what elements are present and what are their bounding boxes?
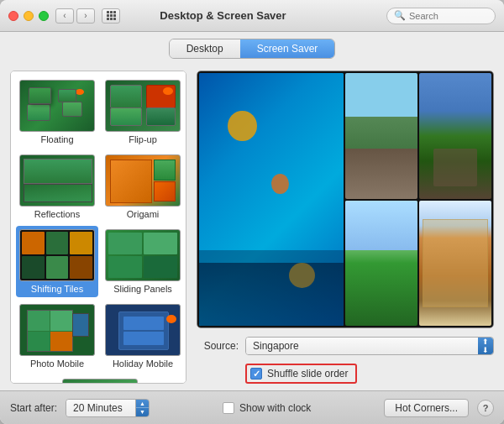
list-item[interactable]: Sliding Panels xyxy=(102,226,184,297)
ss-label-flipup: Flip-up xyxy=(129,134,157,144)
close-button[interactable] xyxy=(8,11,18,21)
ss-thumb-shifting xyxy=(19,229,95,281)
preview-area xyxy=(197,71,494,328)
list-item[interactable]: Origami xyxy=(102,151,184,222)
hot-corners-button[interactable]: Hot Corners... xyxy=(384,399,469,417)
list-item[interactable]: Floating xyxy=(16,76,98,148)
screensaver-list[interactable]: Floating Flip-up Reflection xyxy=(10,71,186,384)
traffic-lights xyxy=(8,11,49,21)
stepper: ▲ ▼ xyxy=(135,400,149,416)
tab-screensaver[interactable]: Screen Saver xyxy=(240,39,335,58)
start-after-label: Start after: xyxy=(10,402,57,414)
shuffle-label: Shuffle slide order xyxy=(267,368,349,380)
main-content: Floating Flip-up Reflection xyxy=(0,64,504,390)
ss-thumb-photomobile xyxy=(19,304,95,356)
source-label: Source: xyxy=(197,340,239,352)
shuffle-checkbox-wrapper: ✓ Shuffle slide order xyxy=(245,364,357,384)
bottom-bar: Start after: 20 Minutes ▲ ▼ Show with cl… xyxy=(0,390,504,424)
ss-label-origami: Origami xyxy=(127,209,160,219)
preview-cell-garden xyxy=(345,201,417,327)
start-after-value: 20 Minutes xyxy=(66,400,135,416)
select-arrow-icon: ⬆⬇ xyxy=(478,338,493,354)
list-item[interactable]: Flip-up xyxy=(102,76,184,148)
ss-label-shifting: Shifting Tiles xyxy=(31,284,83,294)
source-value: Singapore xyxy=(246,338,478,354)
list-item[interactable]: Shifting Tiles xyxy=(16,226,98,297)
list-item[interactable]: Photo Mobile xyxy=(16,301,98,372)
window-title: Desktop & Screen Saver xyxy=(60,9,386,22)
maximize-button[interactable] xyxy=(39,11,49,21)
start-after-select[interactable]: 20 Minutes ▲ ▼ xyxy=(66,399,150,417)
titlebar: ‹ › Desktop & Screen Saver 🔍 xyxy=(0,0,504,32)
preview-cell-city xyxy=(345,73,417,199)
help-button[interactable]: ? xyxy=(477,400,494,416)
show-clock-checkbox[interactable] xyxy=(223,402,234,414)
window: ‹ › Desktop & Screen Saver 🔍 Desktop Scr… xyxy=(0,0,504,424)
tab-desktop[interactable]: Desktop xyxy=(170,39,240,58)
ss-thumb-flipup xyxy=(105,80,181,132)
ss-thumb-sliding xyxy=(105,229,181,281)
ss-label-holidaymobile: Holiday Mobile xyxy=(113,359,173,369)
preview-cell-singapore xyxy=(419,201,491,327)
minimize-button[interactable] xyxy=(24,11,34,21)
stepper-down-button[interactable]: ▼ xyxy=(136,408,149,416)
list-item[interactable] xyxy=(16,375,184,384)
ss-label-reflections: Reflections xyxy=(34,209,80,219)
show-clock-row: Show with clock xyxy=(223,402,311,414)
ss-thumb-origami xyxy=(105,154,181,207)
stepper-up-button[interactable]: ▲ xyxy=(136,400,149,409)
search-input[interactable] xyxy=(409,11,488,21)
source-select[interactable]: Singapore ⬆⬇ xyxy=(245,337,494,355)
list-item[interactable]: Reflections xyxy=(16,151,98,222)
ss-label-floating: Floating xyxy=(40,134,73,144)
ss-label-sliding: Sliding Panels xyxy=(113,284,172,294)
shuffle-row: ✓ Shuffle slide order xyxy=(197,364,494,384)
search-bar[interactable]: 🔍 xyxy=(386,8,496,24)
right-panel: Source: Singapore ⬆⬇ ✓ Shuffle slide ord… xyxy=(197,71,494,384)
shuffle-checkbox[interactable]: ✓ xyxy=(250,368,262,380)
tab-group: Desktop Screen Saver xyxy=(169,39,336,59)
ss-thumb-extra xyxy=(62,379,138,384)
toolbar: Desktop Screen Saver xyxy=(0,32,504,64)
source-row: Source: Singapore ⬆⬇ xyxy=(197,337,494,355)
preview-cell-aquarium xyxy=(199,73,344,326)
ss-thumb-floating xyxy=(19,80,95,132)
checkmark-icon: ✓ xyxy=(253,369,260,379)
ss-thumb-holidaymobile xyxy=(105,304,181,356)
show-clock-label: Show with clock xyxy=(239,402,311,414)
ss-thumb-reflections xyxy=(19,154,95,207)
ss-label-photomobile: Photo Mobile xyxy=(30,359,84,369)
search-icon: 🔍 xyxy=(394,10,406,21)
preview-cell-people xyxy=(419,73,491,199)
list-item[interactable]: Holiday Mobile xyxy=(102,301,184,372)
preview-grid xyxy=(197,71,493,327)
